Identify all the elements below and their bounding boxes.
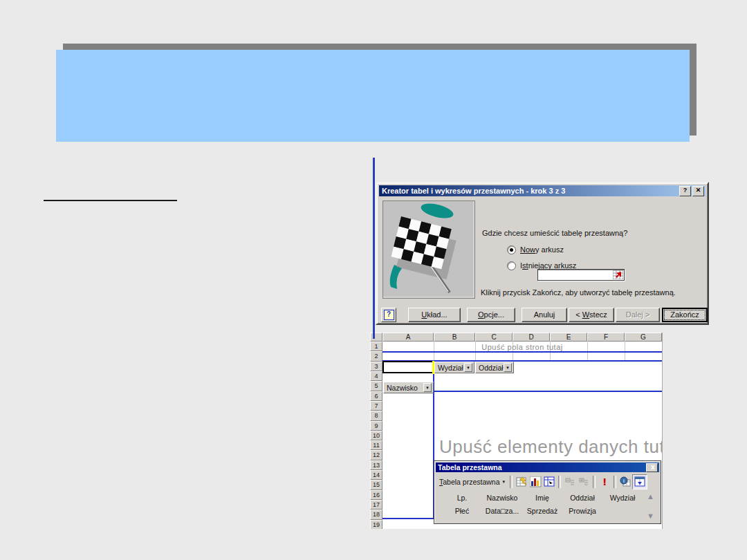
draggable-field[interactable]: Prowizja — [562, 507, 602, 515]
help-button[interactable]: ? — [381, 308, 396, 322]
toolbar-buttons-row: Tabela przestawna ▾ ! — [436, 474, 658, 490]
checkered-flag-image — [382, 200, 475, 299]
pivot-wizard-dialog: Kreator tabel i wykresów przestawnych - … — [376, 182, 709, 325]
row-header[interactable]: 19 — [370, 520, 382, 529]
dropdown-icon[interactable]: ▼ — [464, 363, 472, 372]
cancel-button[interactable]: Anuluj — [522, 308, 567, 322]
hide-detail-icon — [563, 475, 577, 489]
pivot-outline-line — [433, 391, 662, 392]
heading-underline — [44, 200, 177, 201]
column-header[interactable]: G — [625, 333, 662, 342]
dropdown-icon[interactable]: ▼ — [423, 383, 432, 392]
toolbar-titlebar[interactable]: Tabela przestawna x — [436, 463, 659, 472]
row-header[interactable]: 10 — [370, 431, 382, 440]
options-button[interactable]: Opcje... — [467, 308, 515, 322]
column-header[interactable]: A — [382, 333, 434, 342]
field-list-icon[interactable] — [632, 474, 647, 489]
row-header[interactable]: 15 — [370, 480, 382, 489]
row-header[interactable]: 5 — [370, 381, 382, 391]
slide-page: A B C D E F G 1 2 3 4 5 6 7 8 9 10 11 12… — [0, 0, 747, 560]
dropdown-icon[interactable]: ▼ — [504, 363, 512, 372]
scroll-down-icon[interactable]: ▼ — [647, 512, 654, 520]
close-icon[interactable]: x — [646, 463, 658, 472]
help-icon[interactable]: ? — [679, 186, 691, 196]
column-header[interactable]: C — [475, 333, 513, 342]
range-input[interactable] — [538, 270, 613, 280]
scroll-up-icon[interactable]: ▲ — [647, 492, 654, 501]
toolbar-title: Tabela przestawna — [436, 463, 502, 472]
draggable-field[interactable]: Płeć — [442, 507, 482, 515]
pivot-outline-line — [382, 518, 434, 519]
pivottable-menu-button[interactable]: Tabela przestawna ▾ — [436, 475, 508, 489]
back-button[interactable]: < Wstecz — [569, 308, 614, 322]
next-button: Dalej > — [616, 308, 660, 322]
vertical-rule — [373, 158, 375, 339]
row-header[interactable]: 18 — [370, 510, 382, 519]
column-header[interactable]: E — [550, 333, 587, 342]
row-header[interactable]: 11 — [370, 440, 382, 450]
radio-new-sheet[interactable] — [507, 245, 516, 254]
row-header[interactable]: 12 — [370, 450, 382, 460]
pivottable-toolbar: Tabela przestawna x Tabela przestawna ▾ — [434, 460, 661, 524]
row-header[interactable]: 6 — [370, 391, 382, 401]
chart-wizard-icon[interactable] — [528, 475, 542, 489]
select-all-corner[interactable] — [370, 333, 382, 342]
column-headers: A B C D E F G — [382, 333, 662, 342]
row-headers: 1 2 3 4 5 6 7 8 9 10 11 12 13 14 15 16 1… — [370, 342, 382, 529]
pivot-field-button-oddzial[interactable]: Oddział ▼ — [475, 362, 514, 373]
row-header[interactable]: 16 — [370, 490, 382, 500]
range-input-box — [537, 269, 625, 281]
toolbar-separator — [614, 476, 616, 488]
dialog-hint: Kliknij przycisk Zakończ, aby utworzyć t… — [481, 288, 676, 297]
finish-button[interactable]: Zakończ — [662, 308, 708, 322]
radio-new-sheet-label[interactable]: Nowy arkusz — [520, 245, 564, 254]
help-book-icon: ? — [384, 310, 394, 320]
dialog-titlebar[interactable]: Kreator tabel i wykresów przestawnych - … — [379, 185, 706, 196]
field-list-area: Lp. Nazwisko Imię Oddział Wydział Płeć D… — [436, 490, 658, 521]
row-header[interactable]: 17 — [370, 500, 382, 510]
format-report-icon[interactable] — [515, 475, 528, 489]
field-settings-icon[interactable]: i — [618, 475, 632, 489]
radio-dot — [510, 248, 513, 252]
pivot-field-button-nazwisko[interactable]: Nazwisko ▼ — [383, 382, 434, 393]
row-header[interactable]: 9 — [370, 421, 382, 431]
column-header[interactable]: D — [513, 333, 550, 342]
chevron-down-icon: ▾ — [503, 479, 506, 485]
row-header[interactable]: 7 — [370, 401, 382, 411]
draggable-field[interactable]: Oddział — [562, 494, 602, 502]
svg-text:i: i — [623, 478, 625, 484]
range-picker-icon[interactable] — [613, 270, 623, 279]
draggable-field[interactable]: Sprzedaż — [522, 507, 562, 515]
pivot-data-area-hint: Upuść elementy danych tutaj — [439, 436, 663, 458]
draggable-field[interactable]: Data□za... — [482, 507, 522, 515]
row-header[interactable]: 3 — [370, 362, 382, 371]
row-header[interactable]: 1 — [370, 342, 382, 351]
refresh-data-icon[interactable]: ! — [598, 475, 611, 489]
row-header[interactable]: 13 — [370, 460, 382, 470]
dialog-question: Gdzie chcesz umieścić tabelę przestawną? — [482, 229, 627, 237]
title-banner — [56, 50, 690, 142]
draggable-field[interactable]: Nazwisko — [482, 494, 522, 502]
draggable-field[interactable]: Wydział — [602, 494, 643, 502]
close-icon[interactable]: ✕ — [692, 186, 704, 196]
pivot-field-button-wydzial[interactable]: Wydział ▼ — [434, 362, 474, 373]
column-header[interactable]: F — [587, 333, 625, 342]
field-label: Wydział — [438, 364, 463, 372]
row-header[interactable]: 4 — [370, 371, 382, 381]
selected-cell-a3[interactable] — [382, 361, 434, 373]
row-header[interactable]: 2 — [370, 351, 382, 361]
draggable-field[interactable]: Imię — [522, 494, 562, 502]
dialog-title: Kreator tabel i wykresów przestawnych - … — [379, 187, 565, 195]
field-label: Nazwisko — [387, 384, 418, 392]
grid-arrow-icon[interactable] — [542, 475, 556, 489]
layout-button[interactable]: Układ... — [408, 308, 461, 322]
toolbar-separator — [510, 476, 513, 488]
draggable-field[interactable]: Lp. — [442, 494, 482, 502]
column-header[interactable]: B — [434, 333, 475, 342]
show-detail-icon — [577, 475, 591, 489]
field-list-row: Lp. Nazwisko Imię Oddział Wydział — [442, 494, 643, 502]
toolbar-separator — [558, 476, 561, 488]
row-header[interactable]: 8 — [370, 411, 382, 420]
radio-existing-sheet[interactable] — [507, 261, 516, 270]
row-header[interactable]: 14 — [370, 470, 382, 480]
